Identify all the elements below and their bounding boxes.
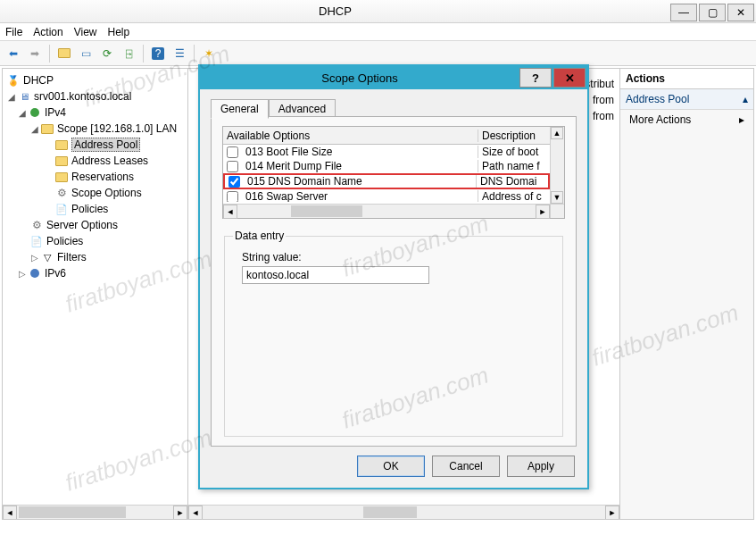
tree-label: srv001.kontoso.local	[34, 90, 131, 103]
menu-bar: File Action View Help	[0, 23, 756, 41]
maximize-button[interactable]: ▢	[699, 4, 726, 21]
actions-more[interactable]: More Actions ▸	[620, 110, 753, 130]
options-header: Available Options Description	[223, 127, 550, 145]
option-row[interactable]: 016 Swap ServerAddress of c	[223, 189, 550, 202]
window-controls: — ▢ ✕	[670, 2, 756, 21]
toolbar-separator	[194, 45, 195, 63]
tree-ipv4[interactable]: ◢IPv4	[4, 104, 186, 121]
scroll-left-icon[interactable]: ◄	[3, 506, 17, 520]
filter-icon: ▽	[40, 250, 54, 264]
help-button[interactable]: ?	[148, 44, 168, 63]
option-checkbox[interactable]	[227, 161, 238, 172]
col-description[interactable]: Description	[478, 130, 550, 142]
tree-server[interactable]: ◢🖥srv001.kontoso.local	[4, 88, 186, 104]
results-hscroll[interactable]: ◄ ►	[188, 505, 619, 519]
scroll-right-icon[interactable]: ►	[173, 506, 187, 520]
back-button[interactable]: ⬅	[4, 44, 23, 63]
tree-scope-options[interactable]: Scope Options	[4, 185, 186, 201]
tree-address-pool[interactable]: Address Pool	[4, 137, 186, 153]
apply-button[interactable]: Apply	[507, 456, 575, 477]
ok-button[interactable]: OK	[357, 456, 425, 477]
option-row[interactable]: 013 Boot File SizeSize of boot	[223, 145, 550, 159]
tab-general[interactable]: General	[211, 99, 269, 119]
collapse-icon[interactable]: ◢	[29, 124, 40, 134]
tree-scope[interactable]: ◢Scope [192.168.1.0] LAN	[4, 121, 186, 137]
tree-label: IPv6	[45, 267, 66, 280]
option-checkbox[interactable]	[227, 146, 238, 158]
expand-icon[interactable]: ▷	[17, 269, 28, 279]
toolbar: ⬅ ➡ ▭ ⟳ ⍈ ? ☰ ✶	[0, 41, 756, 66]
list-icon: ☰	[175, 47, 185, 60]
dialog-titlebar[interactable]: Scope Options ? ✕	[200, 66, 587, 89]
menu-action[interactable]: Action	[33, 26, 62, 38]
scroll-track[interactable]	[551, 139, 564, 191]
menu-view[interactable]: View	[74, 26, 97, 38]
string-value-input[interactable]	[242, 266, 429, 284]
tree-policies-2[interactable]: 📄Policies	[4, 233, 186, 249]
tree-server-options[interactable]: Server Options	[4, 217, 186, 233]
option-checkbox[interactable]	[227, 191, 238, 203]
scroll-track[interactable]	[237, 205, 536, 218]
tree-label: Policies	[46, 235, 83, 247]
actions-subheader[interactable]: Address Pool ▴	[620, 89, 753, 110]
scroll-down-icon[interactable]: ▼	[551, 191, 563, 204]
tree-panel: 🏅DHCP ◢🖥srv001.kontoso.local ◢IPv4 ◢Scop…	[3, 69, 188, 519]
list-button[interactable]: ☰	[170, 44, 189, 63]
properties-button[interactable]: ▭	[76, 44, 96, 63]
menu-help[interactable]: Help	[108, 26, 130, 38]
star-icon: ✶	[204, 47, 213, 60]
option-name: 015 DNS Domain Name	[244, 175, 477, 188]
collapse-icon[interactable]: ◢	[17, 108, 28, 118]
scroll-right-icon[interactable]: ►	[536, 205, 550, 219]
dialog-help-button[interactable]: ?	[519, 68, 552, 88]
refresh-icon: ⟳	[103, 47, 112, 60]
server-icon: 🖥	[17, 89, 31, 104]
collapse-icon[interactable]: ◢	[6, 92, 17, 102]
cancel-button[interactable]: Cancel	[432, 456, 500, 477]
refresh-button[interactable]: ⟳	[97, 44, 117, 63]
scroll-left-icon[interactable]: ◄	[188, 506, 203, 519]
expand-icon[interactable]: ▷	[29, 253, 40, 263]
dialog-close-button[interactable]: ✕	[553, 68, 586, 88]
scroll-right-icon[interactable]: ►	[605, 506, 619, 519]
folder-icon	[54, 170, 69, 184]
options-hscroll[interactable]: ◄ ►	[223, 204, 564, 218]
options-vscroll[interactable]: ▲ ▼	[550, 127, 564, 204]
option-row[interactable]: 014 Merit Dump FilePath name f	[223, 159, 550, 173]
option-name: 013 Boot File Size	[242, 146, 478, 158]
scroll-track[interactable]	[17, 506, 173, 519]
export-button[interactable]: ⍈	[119, 44, 138, 63]
folder-icon	[58, 48, 71, 58]
tree-label: Policies	[71, 203, 108, 215]
tree-policies[interactable]: 📄Policies	[4, 201, 186, 217]
scroll-thumb[interactable]	[19, 506, 126, 518]
tab-page-general: Available Options Description 013 Boot F…	[211, 116, 577, 447]
scroll-up-icon[interactable]: ▲	[551, 127, 563, 139]
open-button[interactable]	[54, 44, 74, 63]
col-available-options[interactable]: Available Options	[223, 130, 478, 142]
scroll-thumb[interactable]	[291, 205, 362, 217]
new-scope-button[interactable]: ✶	[199, 44, 219, 63]
chevron-right-icon: ▸	[739, 113, 744, 126]
tree-hscroll[interactable]: ◄ ►	[3, 505, 187, 519]
forward-button[interactable]: ➡	[25, 44, 45, 63]
close-button[interactable]: ✕	[727, 4, 754, 21]
option-desc: Size of boot	[478, 146, 550, 158]
folder-icon	[40, 121, 54, 136]
scroll-thumb[interactable]	[363, 506, 417, 518]
tree-filters[interactable]: ▷▽Filters	[4, 249, 186, 265]
scroll-track[interactable]	[203, 506, 605, 519]
option-checkbox[interactable]	[228, 176, 240, 188]
tree-reservations[interactable]: Reservations	[4, 169, 186, 185]
window-icon: ▭	[81, 47, 91, 60]
dialog-title: Scope Options	[200, 71, 519, 85]
tree-address-leases[interactable]: Address Leases	[4, 153, 186, 169]
minimize-button[interactable]: —	[670, 4, 697, 21]
toolbar-separator	[49, 45, 50, 63]
option-row-highlighted[interactable]: 015 DNS Domain NameDNS Domai	[223, 173, 550, 189]
menu-file[interactable]: File	[5, 26, 22, 38]
tree-ipv6[interactable]: ▷IPv6	[4, 265, 186, 281]
collapse-icon[interactable]: ▴	[743, 93, 748, 105]
scroll-left-icon[interactable]: ◄	[223, 205, 237, 219]
tree-root[interactable]: 🏅DHCP	[4, 72, 186, 88]
